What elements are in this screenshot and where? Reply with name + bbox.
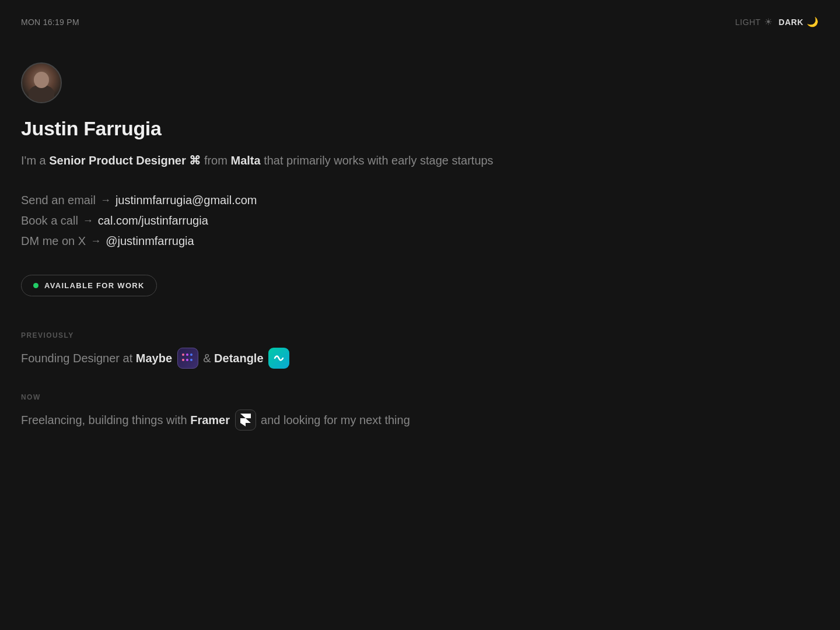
call-value: cal.com/justinfarrugia [98, 214, 208, 228]
theme-toggle[interactable]: LIGHT ☀ DARK 🌙 [735, 16, 819, 27]
detangle-name: Detangle [214, 352, 263, 365]
profile-name: Justin Farrugia [21, 117, 819, 140]
maybe-name: Maybe [136, 352, 172, 365]
bio-location: Malta [230, 154, 260, 167]
avatar [21, 62, 62, 103]
contact-list: Send an email → justinmfarrugia@gmail.co… [21, 190, 819, 251]
maybe-icon [177, 348, 198, 369]
moon-icon: 🌙 [807, 16, 819, 27]
previously-section: PREVIOUSLY Founding Designer at Maybe & … [21, 331, 819, 370]
email-arrow: → [100, 194, 111, 206]
bio-from: from [204, 154, 228, 167]
main-content: Justin Farrugia I'm a Senior Product Des… [0, 27, 840, 432]
framer-icon [235, 410, 256, 430]
detangle-icon [268, 348, 289, 369]
light-mode-button[interactable]: LIGHT ☀ [735, 16, 773, 27]
dm-link[interactable]: DM me on X → @justinmfarrugia [21, 231, 819, 251]
previously-text: Founding Designer at Maybe & Detangle [21, 349, 546, 370]
dm-label: DM me on X [21, 235, 86, 248]
bio-role: Senior Product Designer [49, 154, 186, 167]
badge-label: AVAILABLE FOR WORK [44, 281, 145, 290]
now-suffix: and looking for my next thing [261, 414, 410, 426]
email-label: Send an email [21, 194, 96, 207]
previously-label: PREVIOUSLY [21, 331, 819, 340]
now-section: NOW Freelancing, building things with Fr… [21, 393, 819, 432]
light-label: LIGHT [735, 18, 761, 27]
previously-between: & [203, 352, 211, 365]
email-link[interactable]: Send an email → justinmfarrugia@gmail.co… [21, 190, 819, 211]
email-value: justinmfarrugia@gmail.com [116, 194, 257, 207]
bio-suffix: that primarily works with early stage st… [264, 154, 493, 167]
dm-arrow: → [90, 235, 101, 247]
now-text: Freelancing, building things with Framer… [21, 411, 546, 432]
avatar-wrap [21, 62, 819, 103]
dark-label: DARK [779, 18, 804, 27]
badge-wrap: AVAILABLE FOR WORK [21, 275, 819, 296]
call-link[interactable]: Book a call → cal.com/justinfarrugia [21, 211, 819, 231]
now-prefix: Freelancing, building things with [21, 414, 187, 426]
sun-icon: ☀ [764, 16, 773, 27]
call-arrow: → [83, 215, 93, 227]
now-label: NOW [21, 393, 819, 401]
bio-prefix: I'm a [21, 154, 46, 167]
availability-dot [33, 283, 38, 288]
dark-mode-button[interactable]: DARK 🌙 [779, 16, 819, 27]
previously-prefix: Founding Designer at [21, 352, 132, 365]
call-label: Book a call [21, 214, 78, 228]
topbar: MON 16:19 PM LIGHT ☀ DARK 🌙 [0, 0, 840, 27]
bio: I'm a Senior Product Designer ⌘ from Mal… [21, 152, 546, 169]
framer-name: Framer [190, 414, 230, 426]
clock: MON 16:19 PM [21, 18, 79, 27]
cmd-icon: ⌘ [189, 154, 201, 167]
available-for-work-badge[interactable]: AVAILABLE FOR WORK [21, 275, 157, 296]
dm-value: @justinmfarrugia [106, 235, 194, 248]
